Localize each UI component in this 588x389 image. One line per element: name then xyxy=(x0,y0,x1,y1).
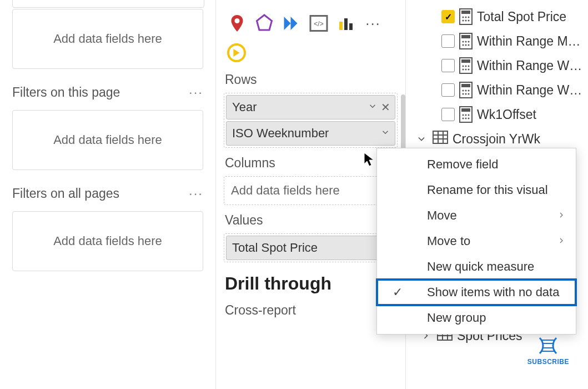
more-icon[interactable]: ··· xyxy=(189,84,203,100)
chevron-down-icon[interactable] xyxy=(368,100,378,114)
remove-icon[interactable]: ✕ xyxy=(381,101,390,114)
subscribe-badge[interactable]: SUBSCRIBE xyxy=(527,337,569,366)
filters-all-header[interactable]: Filters on all pages ··· xyxy=(0,186,215,201)
chevron-right-icon xyxy=(557,208,566,223)
menu-new-group[interactable]: New group xyxy=(377,305,576,331)
svg-point-24 xyxy=(463,66,464,67)
row-field-iso-week[interactable]: ISO Weeknumber xyxy=(226,121,395,146)
svg-point-41 xyxy=(465,114,467,116)
field-item[interactable]: Within Range W… xyxy=(409,78,588,102)
svg-rect-5 xyxy=(349,23,353,30)
menu-rename[interactable]: Rename for this visual xyxy=(377,177,576,203)
chevron-down-icon[interactable] xyxy=(415,133,428,144)
svg-rect-39 xyxy=(461,108,470,112)
bars-viz-icon[interactable] xyxy=(335,12,357,34)
calculator-icon xyxy=(459,82,473,98)
field-label: Within Range M… xyxy=(477,34,581,49)
svg-point-19 xyxy=(463,44,464,46)
svg-point-16 xyxy=(463,41,464,43)
columns-label: Columns xyxy=(225,156,398,171)
menu-item-label: Show items with no data xyxy=(427,285,559,300)
filter-drop-zone[interactable]: Add data fields here xyxy=(12,110,203,170)
add-fields-placeholder: Add data fields here xyxy=(53,32,162,46)
checkbox-icon[interactable] xyxy=(441,59,455,72)
code-viz-icon[interactable]: </> xyxy=(308,12,330,34)
menu-remove-field[interactable]: Remove field xyxy=(377,152,576,177)
rows-well[interactable]: Year ✕ ISO Weeknumber xyxy=(224,93,398,148)
checkbox-icon[interactable] xyxy=(441,34,455,48)
svg-rect-15 xyxy=(461,35,470,38)
table-label: Crossjoin YrWk xyxy=(453,132,540,147)
flow-viz-icon[interactable] xyxy=(280,12,303,34)
menu-item-label: Move to xyxy=(427,234,470,248)
svg-rect-7 xyxy=(461,11,470,14)
svg-point-18 xyxy=(468,41,470,43)
svg-point-37 xyxy=(468,93,470,95)
svg-point-27 xyxy=(463,69,464,71)
svg-rect-46 xyxy=(433,131,448,143)
play-button[interactable] xyxy=(227,43,246,62)
svg-point-45 xyxy=(468,118,470,119)
table-icon xyxy=(433,131,448,147)
checkbox-icon[interactable] xyxy=(441,108,455,121)
svg-point-21 xyxy=(468,44,470,46)
calculator-icon xyxy=(459,33,473,49)
row-field-label: ISO Weeknumber xyxy=(232,126,329,141)
filter-drop-zone[interactable]: Add data fields here xyxy=(12,9,203,69)
menu-new-quick-measure[interactable]: New quick measure xyxy=(377,254,576,280)
svg-point-10 xyxy=(468,17,470,18)
viz-type-row: </> ··· xyxy=(224,8,398,40)
checkbox-icon[interactable] xyxy=(441,10,455,23)
svg-point-42 xyxy=(468,114,470,116)
field-item[interactable]: Wk1Offset xyxy=(409,102,588,127)
shape-viz-icon[interactable] xyxy=(253,12,275,34)
calculator-icon xyxy=(459,8,473,25)
menu-move[interactable]: Move xyxy=(377,203,576,228)
svg-point-13 xyxy=(468,20,470,22)
rows-label: Rows xyxy=(225,72,398,87)
filters-all-label: Filters on all pages xyxy=(12,186,119,201)
field-item[interactable]: Within Range M… xyxy=(409,29,588,53)
chevron-right-icon xyxy=(557,234,566,248)
viz-type-icon[interactable] xyxy=(226,0,248,8)
filters-panel: Add data fields here Filters on this pag… xyxy=(0,0,215,389)
checkbox-icon[interactable] xyxy=(441,83,455,97)
svg-point-8 xyxy=(463,17,464,18)
menu-item-label: Remove field xyxy=(427,157,498,172)
filters-page-label: Filters on this page xyxy=(12,85,120,100)
context-menu: Remove field Rename for this visual Move… xyxy=(376,148,576,335)
svg-point-0 xyxy=(235,18,240,23)
svg-rect-31 xyxy=(461,84,470,87)
field-label: Wk1Offset xyxy=(477,107,536,122)
menu-item-label: New group xyxy=(427,311,486,325)
value-field-total-spot-price[interactable]: Total Spot Price xyxy=(226,236,395,260)
svg-point-34 xyxy=(468,90,470,92)
values-well[interactable]: Total Spot Price xyxy=(224,233,398,262)
field-item[interactable]: Within Range W… xyxy=(409,53,588,78)
row-field-label: Year xyxy=(232,100,257,114)
svg-rect-23 xyxy=(461,59,470,63)
calculator-icon xyxy=(459,57,473,74)
menu-show-items-no-data[interactable]: ✓ Show items with no data xyxy=(377,280,576,305)
svg-point-25 xyxy=(465,66,467,67)
columns-well[interactable]: Add data fields here xyxy=(224,176,398,205)
chevron-down-icon[interactable] xyxy=(380,126,390,141)
map-viz-icon[interactable] xyxy=(226,12,248,34)
menu-item-label: Rename for this visual xyxy=(427,183,548,197)
field-label: Total Spot Price xyxy=(477,9,566,24)
values-label: Values xyxy=(225,213,398,228)
row-field-year[interactable]: Year ✕ xyxy=(226,95,395,119)
more-icon[interactable]: ··· xyxy=(189,186,203,201)
filter-drop-zone[interactable]: Add data fields here xyxy=(12,211,203,271)
field-item[interactable]: Total Spot Price xyxy=(409,4,588,29)
filters-page-header[interactable]: Filters on this page ··· xyxy=(0,84,215,100)
menu-move-to[interactable]: Move to xyxy=(377,228,576,254)
field-label: Within Range W… xyxy=(477,58,582,73)
subscribe-label: SUBSCRIBE xyxy=(527,358,569,366)
svg-point-43 xyxy=(463,118,464,119)
menu-item-label: New quick measure xyxy=(427,260,534,274)
filter-drop-zone[interactable] xyxy=(12,0,204,8)
add-fields-placeholder: Add data fields here xyxy=(231,183,340,198)
calculator-icon xyxy=(459,106,473,123)
more-viz-icon[interactable]: ··· xyxy=(362,12,384,34)
